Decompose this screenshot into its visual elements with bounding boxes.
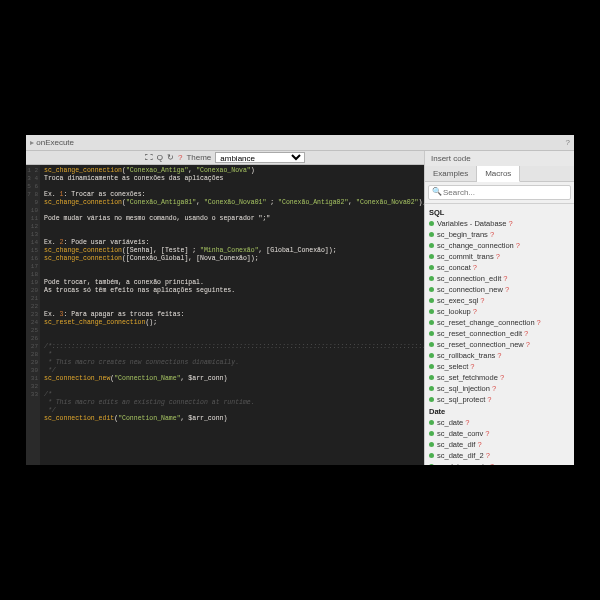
- help-toolbar-icon[interactable]: ?: [178, 153, 182, 162]
- tree-item[interactable]: sc_change_connection?: [429, 240, 570, 251]
- item-help-icon[interactable]: ?: [508, 219, 512, 228]
- item-help-icon[interactable]: ?: [465, 418, 469, 427]
- tree-item[interactable]: sc_reset_change_connection?: [429, 317, 570, 328]
- tree-item[interactable]: sc_exec_sql?: [429, 295, 570, 306]
- item-help-icon[interactable]: ?: [486, 451, 490, 460]
- side-tabs: Examples Macros: [425, 166, 574, 182]
- code-content[interactable]: sc_change_connection("Conexao_Antiga", "…: [40, 165, 424, 465]
- tree-category[interactable]: SQL: [429, 207, 570, 218]
- search-input[interactable]: [428, 185, 571, 200]
- side-panel: Insert code Examples Macros 🔍 SQLVariabl…: [424, 151, 574, 465]
- refresh-icon[interactable]: ↻: [167, 153, 174, 162]
- item-help-icon[interactable]: ?: [503, 274, 507, 283]
- tree-item[interactable]: sc_date_empty?: [429, 461, 570, 465]
- editor-pane: ⛶ Q ↻ ? Theme ambiance 1 2 3 4 5 6 7 8 9…: [26, 151, 424, 465]
- item-help-icon[interactable]: ?: [490, 230, 494, 239]
- main-area: ⛶ Q ↻ ? Theme ambiance 1 2 3 4 5 6 7 8 9…: [26, 151, 574, 465]
- item-help-icon[interactable]: ?: [473, 307, 477, 316]
- tree-item[interactable]: sc_sql_injection?: [429, 383, 570, 394]
- tree-item[interactable]: sc_rollback_trans?: [429, 350, 570, 361]
- search-icon[interactable]: Q: [157, 153, 163, 162]
- macro-tree: SQLVariables - Database?sc_begin_trans?s…: [425, 204, 574, 465]
- topbar: onExecute ?: [26, 135, 574, 151]
- tree-item[interactable]: sc_date?: [429, 417, 570, 428]
- help-icon[interactable]: ?: [566, 138, 570, 147]
- item-help-icon[interactable]: ?: [473, 263, 477, 272]
- tree-item[interactable]: sc_date_conv?: [429, 428, 570, 439]
- tree-item[interactable]: sc_lookup?: [429, 306, 570, 317]
- theme-label: Theme: [186, 153, 211, 162]
- line-gutter: 1 2 3 4 5 6 7 8 9 10 11 12 13 14 15 16 1…: [26, 165, 40, 465]
- item-help-icon[interactable]: ?: [516, 241, 520, 250]
- item-help-icon[interactable]: ?: [477, 440, 481, 449]
- item-help-icon[interactable]: ?: [537, 318, 541, 327]
- tree-category[interactable]: Date: [429, 406, 570, 417]
- tree-item[interactable]: sc_reset_connection_edit?: [429, 328, 570, 339]
- editor-toolbar: ⛶ Q ↻ ? Theme ambiance: [26, 151, 424, 165]
- event-title: onExecute: [30, 138, 74, 147]
- search-icon: 🔍: [432, 187, 442, 196]
- tab-macros[interactable]: Macros: [477, 166, 520, 182]
- tree-item[interactable]: sc_reset_connection_new?: [429, 339, 570, 350]
- search-wrap: 🔍: [425, 182, 574, 204]
- item-help-icon[interactable]: ?: [490, 462, 494, 465]
- tree-item[interactable]: sc_commit_trans?: [429, 251, 570, 262]
- item-help-icon[interactable]: ?: [500, 373, 504, 382]
- item-help-icon[interactable]: ?: [492, 384, 496, 393]
- item-help-icon[interactable]: ?: [505, 285, 509, 294]
- item-help-icon[interactable]: ?: [497, 351, 501, 360]
- tree-item[interactable]: sc_date_dif_2?: [429, 450, 570, 461]
- side-title: Insert code: [425, 151, 574, 166]
- item-help-icon[interactable]: ?: [496, 252, 500, 261]
- app-window: onExecute ? ⛶ Q ↻ ? Theme ambiance 1 2 3…: [26, 135, 574, 465]
- item-help-icon[interactable]: ?: [470, 362, 474, 371]
- item-help-icon[interactable]: ?: [487, 395, 491, 404]
- tree-item[interactable]: sc_begin_trans?: [429, 229, 570, 240]
- item-help-icon[interactable]: ?: [485, 429, 489, 438]
- tree-item[interactable]: sc_set_fetchmode?: [429, 372, 570, 383]
- item-help-icon[interactable]: ?: [524, 329, 528, 338]
- tree-item[interactable]: sc_concat?: [429, 262, 570, 273]
- tree-item[interactable]: sc_select?: [429, 361, 570, 372]
- theme-select[interactable]: ambiance: [215, 152, 305, 163]
- tree-item[interactable]: sc_date_dif?: [429, 439, 570, 450]
- fullscreen-icon[interactable]: ⛶: [145, 153, 153, 162]
- tree-item[interactable]: Variables - Database?: [429, 218, 570, 229]
- tree-item[interactable]: sc_connection_edit?: [429, 273, 570, 284]
- tab-examples[interactable]: Examples: [425, 166, 477, 181]
- tree-item[interactable]: sc_sql_protect?: [429, 394, 570, 405]
- tree-item[interactable]: sc_connection_new?: [429, 284, 570, 295]
- code-area[interactable]: 1 2 3 4 5 6 7 8 9 10 11 12 13 14 15 16 1…: [26, 165, 424, 465]
- item-help-icon[interactable]: ?: [526, 340, 530, 349]
- item-help-icon[interactable]: ?: [480, 296, 484, 305]
